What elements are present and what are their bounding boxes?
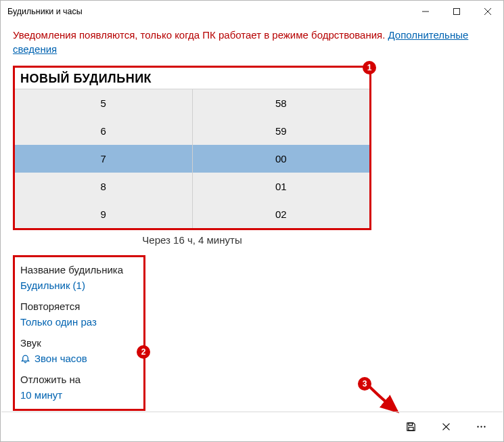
svg-rect-4 (408, 423, 412, 426)
sound-label: Звук (20, 337, 138, 349)
hour-option[interactable]: 6 (15, 117, 192, 145)
sound-value-text: Звон часов (35, 353, 87, 364)
bell-icon (20, 353, 30, 363)
annotation-badge-1: 1 (363, 61, 376, 74)
alarm-settings-region: 2 Название будильника Будильник (1) Повт… (13, 255, 145, 411)
minute-option[interactable]: 59 (193, 117, 370, 145)
snooze-value[interactable]: 10 минут (20, 389, 138, 401)
repeat-value[interactable]: Только один раз (20, 316, 138, 328)
new-alarm-heading: НОВЫЙ БУДИЛЬНИК (15, 68, 369, 89)
svg-point-10 (484, 426, 485, 427)
sound-value[interactable]: Звон часов (20, 353, 138, 364)
svg-point-9 (480, 426, 482, 427)
svg-rect-5 (408, 427, 413, 430)
hour-column[interactable]: 5 6 7 8 9 (15, 89, 193, 228)
repeat-label: Повторяется (20, 301, 138, 312)
hour-option-selected[interactable]: 7 (15, 145, 192, 173)
minimize-button[interactable] (410, 1, 441, 22)
notification-text: Уведомления появляются, только когда ПК … (13, 29, 388, 41)
svg-point-8 (477, 426, 478, 427)
annotation-badge-2: 2 (137, 345, 150, 359)
minute-option[interactable]: 58 (193, 89, 370, 117)
time-remaining-text: Через 16 ч, 4 минуты (13, 230, 371, 250)
more-button[interactable] (465, 414, 497, 441)
titlebar: Будильники и часы (1, 1, 503, 22)
annotation-badge-3: 3 (358, 377, 371, 391)
repeat-setting[interactable]: Повторяется Только один раз (20, 301, 138, 328)
minute-column[interactable]: 58 59 00 01 02 (193, 89, 370, 228)
minute-option-selected[interactable]: 00 (193, 145, 370, 173)
window-title: Будильники и часы (7, 7, 83, 16)
snooze-setting[interactable]: Отложить на 10 минут (20, 374, 138, 401)
notification-warning: Уведомления появляются, только когда ПК … (13, 28, 491, 56)
alarm-name-label: Название будильника (20, 264, 138, 275)
hour-option[interactable]: 9 (15, 200, 192, 228)
command-bar (1, 412, 503, 441)
snooze-label: Отложить на (20, 374, 138, 385)
hour-option[interactable]: 5 (15, 89, 192, 117)
alarm-name-value[interactable]: Будильник (1) (20, 280, 138, 291)
time-picker[interactable]: 5 6 7 8 9 58 59 00 01 02 (15, 89, 369, 228)
maximize-button[interactable] (441, 1, 472, 22)
close-window-button[interactable] (472, 1, 503, 22)
close-icon (440, 421, 452, 433)
alarm-name-setting[interactable]: Название будильника Будильник (1) (20, 264, 138, 291)
sound-setting[interactable]: Звук Звон часов (20, 337, 138, 364)
hour-option[interactable]: 8 (15, 173, 192, 200)
save-icon (405, 421, 417, 433)
minute-option[interactable]: 01 (193, 173, 370, 200)
minute-option[interactable]: 02 (193, 200, 370, 228)
save-button[interactable] (394, 414, 427, 441)
ellipsis-icon (476, 421, 487, 433)
cancel-button[interactable] (430, 414, 462, 441)
svg-rect-1 (454, 9, 460, 15)
time-picker-region: 1 НОВЫЙ БУДИЛЬНИК 5 6 7 8 9 58 59 00 01 … (13, 66, 371, 230)
